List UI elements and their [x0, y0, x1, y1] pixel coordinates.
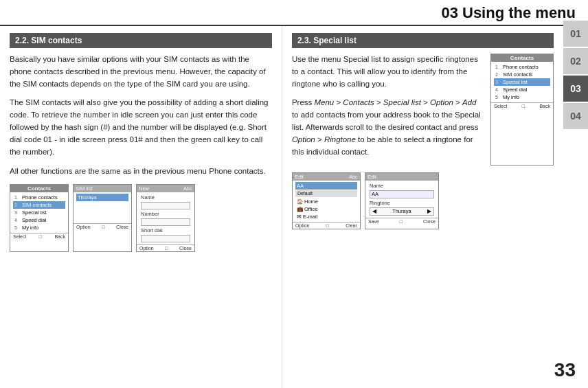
screen-new-namefield: [141, 202, 190, 209]
screen-simlist-thuraya: Thuraya: [76, 194, 128, 201]
side-tab-02[interactable]: 02: [563, 48, 588, 74]
editlist-row-aa: AA: [295, 182, 357, 190]
right-para-2: Press Menu > Contacts > Special list > O…: [292, 97, 484, 158]
section-heading-sim: 2.2. SIM contacts: [10, 33, 272, 48]
editlist-row-office: 💼 Office: [295, 205, 357, 213]
screen-contacts-row1: 1 Phone contacts: [13, 194, 65, 201]
screen-editlist-body: AA Default 🏠 Home 💼 Office ✉ E-mail: [293, 181, 360, 222]
screen-simlist-footer: Option □ Close: [74, 223, 131, 230]
screen-edit-list: Edit Abc AA Default 🏠 Home 💼 Office ✉ E-…: [292, 172, 361, 229]
screen-contacts-body: 1 Phone contacts 2 SIM contacts 3 Specia…: [10, 192, 68, 233]
ringtone-footer-icon: □: [400, 219, 403, 224]
screen-ringtone-header: Edit: [365, 173, 438, 181]
screen-simlist-body: Thuraya: [74, 192, 131, 223]
screen-contacts-footer-icon: □: [39, 234, 42, 239]
side-tab-01[interactable]: 01: [563, 21, 588, 47]
screen-contacts-footer-left: Select: [13, 234, 26, 239]
editlist-row-email: ✉ E-mail: [295, 213, 357, 220]
screen-ringtone-footer: Save □ Close: [365, 218, 438, 225]
side-tabs: 01 02 03 04: [563, 21, 588, 129]
screen-editlist-header: Edit Abc: [293, 173, 360, 181]
ringtone-footer-save: Save: [368, 219, 379, 224]
left-para-3: All other functions are the same as in t…: [10, 166, 272, 178]
editlist-footer-clear: Clear: [346, 223, 357, 228]
screen-edit-ringtone: Edit Name AA Ringtone ◀ Thuraya ▶ Save □…: [365, 172, 439, 229]
screen-contacts-right-title: Contacts: [491, 54, 553, 62]
screen-new-numberlabel: Number: [139, 210, 192, 218]
screen-contacts-right: Contacts 1 Phone contacts 2 SIM contacts…: [490, 54, 554, 166]
section-heading-special: 2.3. Special list: [292, 33, 554, 48]
side-tab-03[interactable]: 03: [563, 76, 588, 102]
scr-footer-right: Back: [539, 104, 550, 109]
ringtone-namefield: AA: [370, 190, 434, 198]
screen-contacts-right-body: 1 Phone contacts 2 SIM contacts 3 Specia…: [491, 62, 553, 102]
screen-new-footer-icon: □: [165, 246, 168, 251]
screen-contacts-row5: 5 My info: [13, 224, 65, 231]
screen-new-shortdialfield: [141, 235, 190, 242]
side-tab-04[interactable]: 04: [563, 103, 588, 129]
right-text-area: Use the menu Special list to assign spec…: [292, 54, 484, 166]
screen-new: New Abc Name Number Short dial Option □ …: [136, 184, 195, 252]
screen-simlist-footer-left: Option: [76, 225, 91, 229]
ringtone-left-arrow[interactable]: ◀: [372, 208, 376, 214]
screen-simlist-footer-right: Close: [116, 225, 128, 229]
editlist-footer-icon: □: [326, 223, 329, 228]
screen-contacts-row2: 2 SIM contacts: [13, 201, 65, 209]
screen-new-header: New Abc: [137, 185, 194, 192]
ringtone-namelabel: Name: [368, 182, 436, 190]
ringtone-right-arrow[interactable]: ▶: [427, 208, 431, 214]
scr-row3: 3 Special list: [494, 78, 550, 86]
screen-new-footer-left: Option: [139, 246, 154, 251]
screen-simlist-header: SIM list: [74, 185, 131, 192]
screen-new-footer-right: Close: [179, 246, 192, 251]
right-content-wrapper: Use the menu Special list to assign spec…: [292, 54, 554, 166]
screen-new-footer: Option □ Close: [137, 244, 194, 251]
screen-new-body: Name Number Short dial: [137, 192, 194, 244]
right-column: 2.3. Special list Use the menu Special l…: [282, 26, 588, 388]
scr-footer-left: Select: [494, 104, 507, 109]
ringtone-value: Thuraya: [392, 208, 411, 214]
screen-editlist-footer: Option □ Clear: [293, 222, 360, 229]
page-number: 33: [554, 359, 576, 381]
screen-row-left: Contacts 1 Phone contacts 2 SIM contacts…: [10, 184, 272, 252]
ringtone-label: Ringtone: [368, 199, 436, 207]
right-para-1: Use the menu Special list to assign spec…: [292, 54, 484, 90]
ringtone-footer-close: Close: [423, 219, 436, 224]
screen-ringtone-body: Name AA Ringtone ◀ Thuraya ▶: [365, 181, 438, 218]
screen-simlist: SIM list Thuraya Option □ Close: [73, 184, 132, 252]
page-title: 03 Using the menu: [0, 0, 588, 26]
screen-contacts-right-footer: Select □ Back: [491, 102, 553, 109]
screen-new-shortdiallabel: Short dial: [139, 227, 192, 234]
scr-row1: 1 Phone contacts: [494, 63, 550, 71]
editlist-row-home: 🏠 Home: [295, 198, 357, 205]
screen-new-namelabel: Name: [139, 194, 192, 201]
screen-contacts-footer-right: Back: [54, 234, 65, 239]
screen-contacts-row3: 3 Special list: [13, 209, 65, 216]
left-para-2: The SIM contacts will also give you the …: [10, 97, 272, 158]
ringtone-selector[interactable]: ◀ Thuraya ▶: [370, 207, 434, 216]
scr-footer-icon: □: [522, 104, 525, 109]
left-column: 2.2. SIM contacts Basically you have sim…: [0, 26, 282, 388]
scr-row2: 2 SIM contacts: [494, 71, 550, 78]
screen-new-numberfield: [141, 218, 190, 226]
screen-contacts-footer: Select □ Back: [10, 233, 68, 240]
editlist-row-default: Default: [295, 190, 357, 197]
screen-contacts-title: Contacts: [10, 185, 68, 192]
editlist-footer-option: Option: [295, 223, 310, 228]
screen-contacts-row4: 4 Speed dial: [13, 216, 65, 224]
left-para-1: Basically you have similar options with …: [10, 54, 272, 90]
special-screens: Edit Abc AA Default 🏠 Home 💼 Office ✉ E-…: [292, 172, 554, 229]
main-content: 2.2. SIM contacts Basically you have sim…: [0, 26, 588, 388]
scr-row5: 5 My info: [494, 93, 550, 101]
screen-contacts: Contacts 1 Phone contacts 2 SIM contacts…: [10, 184, 69, 252]
scr-row4: 4 Speed dial: [494, 86, 550, 93]
screen-simlist-footer-icon: □: [102, 225, 104, 229]
